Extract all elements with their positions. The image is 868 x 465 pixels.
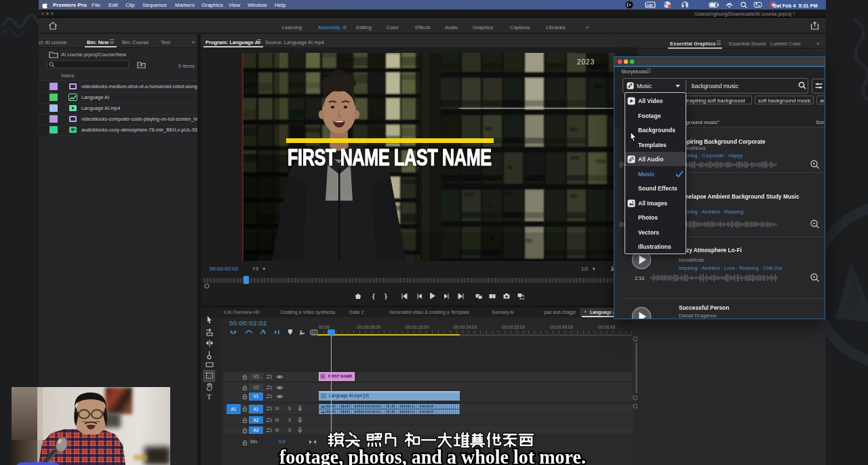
svg-text:footage, photos, and a whole l: footage, photos, and a whole lot more. bbox=[279, 445, 586, 465]
